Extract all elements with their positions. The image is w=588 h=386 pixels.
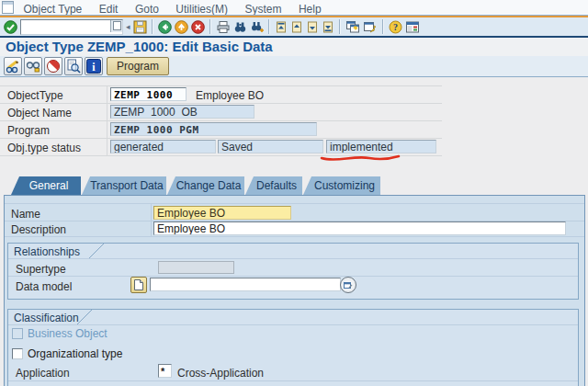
generate-icon[interactable]: [44, 57, 62, 75]
divider: [0, 120, 442, 121]
exit-icon[interactable]: [175, 20, 188, 34]
find-icon[interactable]: [233, 20, 247, 34]
application-label: Application: [16, 367, 70, 380]
collapse-toolbar-icon[interactable]: ◂: [126, 20, 130, 34]
window-system-icon[interactable]: [2, 1, 14, 14]
create-data-model-icon[interactable]: [130, 277, 147, 293]
data-model-label: Data model: [16, 280, 72, 293]
program-label: Program: [7, 124, 50, 137]
create-shortcut-icon[interactable]: [363, 20, 378, 34]
application-toolbar: i Program: [0, 56, 588, 76]
data-model-field[interactable]: [150, 278, 341, 291]
object-name-label: Object Name: [7, 107, 72, 119]
info-icon[interactable]: i: [85, 57, 103, 75]
divider: [8, 380, 578, 381]
divider: [8, 276, 578, 277]
command-field-dropdown-icon[interactable]: [110, 20, 122, 32]
check-icon[interactable]: [64, 57, 83, 75]
cancel-icon[interactable]: [191, 20, 205, 34]
status-generated-field[interactable]: generated: [110, 140, 216, 153]
divider: [0, 76, 588, 77]
application-description: Cross-Application: [177, 367, 264, 380]
relationships-title: Relationships: [14, 245, 80, 258]
status-saved-field[interactable]: Saved: [218, 140, 323, 153]
help-icon[interactable]: ?: [389, 20, 402, 34]
sap-gui-window: Object Type Edit Goto Utilities(M) Syste…: [0, 0, 588, 386]
svg-text:?: ?: [393, 22, 398, 32]
title-bar: Object Type ZEMP_1000: Edit Basic Data: [0, 38, 588, 56]
object-type-label: ObjectType: [7, 89, 63, 102]
first-page-icon[interactable]: [275, 20, 288, 34]
divider: [152, 19, 153, 34]
divider: [382, 19, 384, 34]
divider: [8, 258, 578, 259]
page-title: Object Type ZEMP_1000: Edit Basic Data: [6, 39, 273, 54]
object-type-field[interactable]: ZEMP_1000: [110, 87, 187, 101]
group-header-diagonal: [77, 310, 93, 324]
divider: [0, 138, 442, 139]
organizational-type-checkbox[interactable]: [12, 348, 23, 359]
save-icon[interactable]: [133, 20, 147, 34]
name-field[interactable]: Employee BO: [153, 206, 291, 220]
divider: [0, 85, 442, 86]
business-object-label: Business Object: [28, 327, 107, 340]
description-field[interactable]: Employee BO: [153, 221, 566, 235]
tab-general[interactable]: General: [11, 176, 81, 195]
command-field[interactable]: [20, 19, 123, 35]
application-field[interactable]: *: [158, 364, 172, 378]
divider: [107, 85, 107, 155]
tab-transport-data[interactable]: Transport Data: [82, 176, 166, 195]
back-icon[interactable]: [158, 20, 172, 34]
supertype-label: Supertype: [16, 263, 66, 276]
red-underline-annotation: [318, 153, 402, 164]
classification-title: Classification: [14, 312, 79, 324]
status-label: Obj.type status: [7, 142, 81, 154]
status-implemented-field[interactable]: implemented: [326, 140, 436, 153]
business-object-checkbox: [12, 328, 23, 339]
divider: [339, 19, 341, 34]
enter-icon[interactable]: [4, 20, 17, 34]
divider: [8, 324, 578, 325]
divider: [209, 19, 211, 34]
tab-defaults[interactable]: Defaults: [245, 176, 302, 195]
standard-toolbar: ◂: [0, 17, 588, 36]
customize-layout-icon[interactable]: [405, 20, 420, 34]
program-button[interactable]: Program: [107, 57, 169, 75]
glasses-icon[interactable]: [24, 57, 42, 75]
name-label: Name: [11, 208, 40, 221]
page-down-icon[interactable]: [306, 20, 319, 34]
last-page-icon[interactable]: [322, 20, 334, 34]
supertype-field: [158, 261, 234, 274]
display-change-icon[interactable]: [4, 57, 22, 75]
divider: [151, 203, 152, 236]
divider: [5, 203, 584, 204]
page-up-icon[interactable]: [290, 20, 303, 34]
divider: [0, 103, 442, 104]
group-header-diagonal: [89, 244, 105, 258]
description-label: Description: [11, 223, 66, 236]
menu-bar: Object Type Edit Goto Utilities(M) Syste…: [0, 0, 588, 15]
program-field[interactable]: ZEMP_1000_PGM: [110, 122, 317, 136]
find-next-icon[interactable]: [250, 20, 264, 34]
tab-change-data[interactable]: Change Data: [167, 176, 244, 195]
object-name-field[interactable]: ZEMP_1000_OB: [110, 105, 254, 119]
object-type-description: Employee BO: [196, 89, 264, 102]
value-help-icon[interactable]: [340, 277, 356, 293]
tab-customizing[interactable]: Customizing: [303, 176, 380, 195]
organizational-type-label: Organizational type: [28, 347, 122, 360]
print-icon[interactable]: [216, 20, 231, 34]
divider: [5, 236, 584, 237]
divider: [268, 19, 270, 34]
new-session-icon[interactable]: [345, 20, 360, 34]
